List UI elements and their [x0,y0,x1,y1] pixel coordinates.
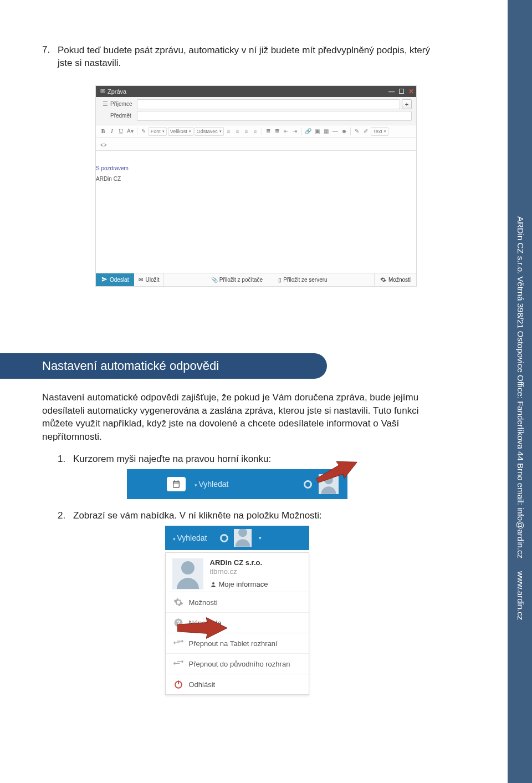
close-icon[interactable]: ✕ [408,88,414,95]
send-button[interactable]: Odeslat [96,273,134,286]
user-domain: itbrno.cz [210,567,302,576]
user-avatar[interactable] [234,529,252,547]
window-title: Zpráva [108,88,126,95]
align-right-icon[interactable]: ≡ [243,127,250,136]
svg-point-4 [181,561,195,574]
server-icon: ▯ [278,277,282,283]
chevron-down-icon[interactable]: ▾ [259,535,262,541]
switch-icon [173,638,183,648]
menu-item-logout[interactable]: Odhlásit [166,674,309,694]
screenshot-topbar: ▾Vyhledat [127,469,347,499]
section-heading: Nastavení automatické odpovědi [0,353,327,379]
size-dropdown[interactable]: Velikost▾ [168,127,193,136]
status-indicator-icon [220,534,228,542]
status-indicator-icon [304,480,312,489]
attach-pc-button[interactable]: 📎Přiložit z počítače [211,277,263,283]
align-left-icon[interactable]: ≡ [225,127,233,136]
screenshot-user-menu: ▾Vyhledat ▾ ARDin CZ s.r.o. itbrno.cz [165,526,309,695]
edit-icon[interactable]: ✎ [353,127,361,136]
source-toggle-icon[interactable]: <> [100,142,107,148]
recipient-label: Příjemce [110,101,137,107]
profile-avatar [172,558,203,589]
step1-number: 1. [58,454,73,465]
clear-format-icon[interactable]: ✐ [362,127,370,136]
side-url: www.ardin.cz [516,571,525,620]
svg-text:?: ? [176,619,180,626]
menu-label: Odhlásit [189,680,216,689]
text-mode-dropdown[interactable]: Text▾ [371,127,388,136]
add-recipient-button[interactable]: + [402,99,412,109]
section-paragraph: Nastavení automatické odpovědi zajišťuje… [42,391,432,444]
person-icon [210,581,217,588]
power-icon [173,679,183,689]
envelope-icon: ✉ [100,88,105,95]
font-dropdown[interactable]: Font▾ [149,127,167,136]
align-justify-icon[interactable]: ≡ [252,127,259,136]
subject-input[interactable] [137,111,412,121]
recipient-input[interactable] [137,99,400,109]
item7-text: Pokud teď budete psát zprávu, automatick… [58,44,432,70]
signature-line-1: S pozdravem [96,163,416,174]
subject-label: Předmět [110,113,137,119]
help-icon: ? [173,618,183,628]
emoji-icon[interactable]: ☻ [340,127,349,136]
svg-point-5 [212,582,214,584]
font-color-icon[interactable]: A▾ [126,127,135,136]
menu-item-switch-tablet[interactable]: Přepnout na Tablet rozhraní [166,633,309,653]
switch-icon [173,659,183,669]
signature-line-2: ARDin CZ [96,174,416,184]
menu-label: Nápověda [189,619,222,627]
step2-number: 2. [58,510,73,521]
menu-label: Přepnout na Tablet rozhraní [189,639,278,648]
underline-button[interactable]: U [117,127,125,136]
svg-point-3 [238,529,247,537]
step2-text: Zobrazí se vám nabídka. V ní klikněte na… [73,510,432,521]
paperclip-icon: 📎 [211,277,218,283]
step1-text: Kurzorem myši najeďte na pravou horní ik… [73,454,432,465]
window-titlebar: ✉ Zpráva — ✕ [96,86,416,97]
align-center-icon[interactable]: ≡ [234,127,242,136]
message-body[interactable]: S pozdravem ARDin CZ [96,151,416,273]
bold-button[interactable]: B [99,127,107,136]
side-strip: ARDin CZ s.r.o. Větrná 398/21 Ostopovice… [508,0,532,783]
menu-item-help[interactable]: ? Nápověda [166,612,309,633]
calendar-button[interactable] [167,477,186,491]
format-toolbar: B I U A▾ ✎ Font▾ Velikost▾ Odstavec▾ ≡ ≡… [96,125,416,138]
attach-server-button[interactable]: ▯Přiložit ze serveru [278,277,327,283]
highlight-icon[interactable]: ✎ [140,127,147,136]
paragraph-dropdown[interactable]: Odstavec▾ [195,127,224,136]
image-icon[interactable]: ▣ [314,127,321,136]
gear-icon [173,597,183,607]
menu-label: Přepnout do původního rozhran [189,660,290,668]
hr-icon[interactable]: — [331,127,339,136]
table-icon[interactable]: ▦ [323,127,330,136]
search-placeholder[interactable]: ▾Vyhledat [171,533,209,542]
menu-item-options[interactable]: Možnosti [166,592,309,612]
svg-point-1 [324,475,333,484]
link-icon[interactable]: 🔗 [304,127,313,136]
user-name: ARDin CZ s.r.o. [210,558,302,567]
send-icon [101,276,108,283]
list-bullet-icon[interactable]: ≣ [264,127,272,136]
user-avatar[interactable] [319,474,339,494]
my-info-link[interactable]: Moje informace [210,580,302,588]
outdent-icon[interactable]: ⇤ [282,127,290,136]
list-number-icon[interactable]: ≣ [273,127,281,136]
indent-icon[interactable]: ⇥ [291,127,299,136]
gear-icon [380,277,386,283]
save-button[interactable]: ✉ Uložit [134,273,164,286]
menu-label: Možnosti [189,598,218,607]
item7-number: 7. [42,44,58,70]
search-placeholder[interactable]: ▾Vyhledat [192,480,231,489]
side-address: ARDin CZ s.r.o. Větrná 398/21 Ostopovice… [516,216,525,558]
options-menu-icon[interactable]: ☰ [100,100,110,108]
options-button[interactable]: Možnosti [374,273,416,286]
minimize-icon[interactable]: — [388,88,395,95]
screenshot-compose: ✉ Zpráva — ✕ ☰ Příjemce + Předmět B [95,85,417,287]
menu-item-switch-orig[interactable]: Přepnout do původního rozhran [166,653,309,674]
maximize-icon[interactable] [399,89,404,94]
save-icon: ✉ [139,277,143,283]
italic-button[interactable]: I [108,127,116,136]
